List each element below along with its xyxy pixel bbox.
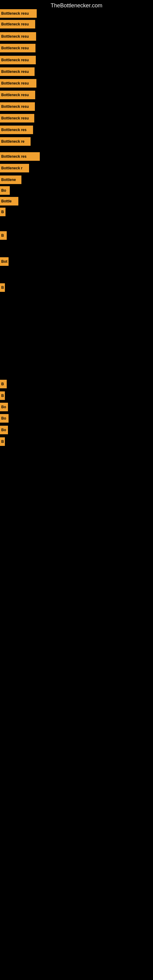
bottleneck-bar-1[interactable]: Bottleneck resu	[0, 9, 37, 18]
bottleneck-bar-26[interactable]: Bo	[0, 426, 8, 434]
bottleneck-bar-18[interactable]: B	[0, 208, 5, 216]
bottleneck-bar-21[interactable]: B	[0, 283, 5, 292]
bottleneck-bar-16[interactable]: Bo	[0, 186, 10, 195]
bottleneck-bar-22[interactable]: B	[0, 380, 7, 388]
bottleneck-bar-24[interactable]: Bo	[0, 403, 8, 411]
bottleneck-bar-4[interactable]: Bottleneck resu	[0, 44, 35, 52]
bottleneck-bar-8[interactable]: Bottleneck resu	[0, 91, 35, 99]
bottleneck-bar-5[interactable]: Bottleneck resu	[0, 56, 36, 64]
bottleneck-bar-27[interactable]: B	[0, 438, 5, 446]
bottleneck-bar-19[interactable]: B	[0, 231, 7, 240]
bottleneck-bar-20[interactable]: Bot	[0, 257, 9, 266]
bottleneck-bar-23[interactable]: B	[0, 391, 5, 400]
bottleneck-bar-7[interactable]: Bottleneck resu	[0, 79, 37, 88]
bottleneck-bar-2[interactable]: Bottleneck resu	[0, 20, 35, 29]
bottleneck-bar-17[interactable]: Bottle	[0, 197, 18, 205]
bottleneck-bar-11[interactable]: Bottleneck res	[0, 126, 33, 134]
bottleneck-bar-25[interactable]: Bo	[0, 414, 9, 423]
bottleneck-bar-6[interactable]: Bottleneck resu	[0, 67, 35, 76]
bottleneck-bar-13[interactable]: Bottleneck res	[0, 152, 40, 161]
bottleneck-bar-15[interactable]: Bottlene	[0, 175, 21, 184]
bottleneck-bar-10[interactable]: Bottleneck resu	[0, 114, 34, 123]
bottleneck-bar-14[interactable]: Bottleneck r	[0, 164, 29, 172]
bottleneck-bar-12[interactable]: Bottleneck re	[0, 137, 30, 146]
bottleneck-bar-9[interactable]: Bottleneck resu	[0, 102, 35, 111]
bottleneck-bar-3[interactable]: Bottleneck resu	[0, 32, 36, 41]
